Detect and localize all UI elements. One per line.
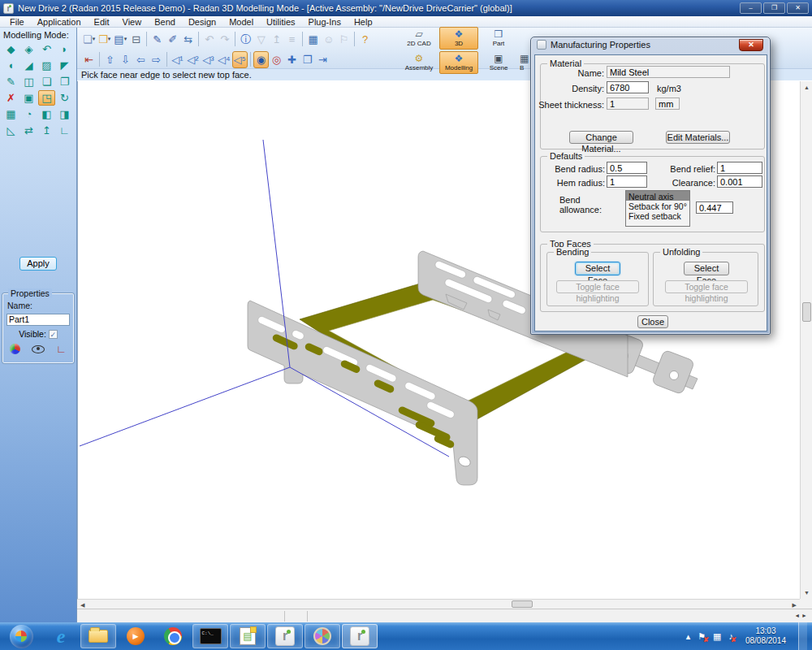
scroll-right-icon[interactable]: ▶ xyxy=(793,602,797,608)
allowance-option-fixed-setback[interactable]: Fixed setback xyxy=(626,210,689,220)
view-2-icon[interactable]: ◁² xyxy=(185,51,201,68)
export-view-icon[interactable]: ⇥ xyxy=(315,51,330,68)
mode-assembly[interactable]: ⚙ Assembly xyxy=(400,51,438,74)
paint-icon[interactable] xyxy=(304,624,340,648)
menu-view[interactable]: View xyxy=(116,17,149,27)
radan-icon[interactable]: r xyxy=(267,624,303,648)
flag-icon[interactable]: ⚐ xyxy=(336,31,352,48)
modelling-tool-15-icon[interactable]: ◳ xyxy=(38,90,55,106)
colour-icon[interactable] xyxy=(10,344,20,354)
user-icon[interactable]: ☺ xyxy=(321,31,336,48)
view-3-icon[interactable]: ◁³ xyxy=(201,51,216,68)
orbit-icon[interactable]: ◉ xyxy=(253,51,269,68)
modelling-tool-14-icon[interactable]: ▣ xyxy=(20,90,37,106)
axis-icon[interactable]: ∟ xyxy=(56,344,67,354)
save-icon[interactable]: ▤▾ xyxy=(112,31,128,48)
nudge-up-icon[interactable]: ⇧ xyxy=(102,51,118,68)
menu-plugins[interactable]: Plug-Ins xyxy=(302,17,348,27)
clearance-field[interactable] xyxy=(717,176,762,188)
visible-checkbox[interactable]: ✓ xyxy=(49,330,58,339)
right-ear-tab[interactable] xyxy=(651,349,694,394)
allowance-option-setback-90[interactable]: Setback for 90° xyxy=(626,201,689,210)
clock[interactable]: 13:03 08/08/2014 xyxy=(741,626,791,646)
show-hidden-icons[interactable]: ▴ xyxy=(686,632,691,641)
mode-scene[interactable]: ▣ Scene xyxy=(479,51,518,74)
scroll-down-icon[interactable]: ▼ xyxy=(804,590,810,596)
unfolding-toggle-highlight-button[interactable]: Toggle face highlighting xyxy=(665,280,748,293)
horizontal-scroll-thumb[interactable] xyxy=(512,600,533,608)
mode-part[interactable]: ❒ Part xyxy=(479,27,518,50)
modelling-tool-21-icon[interactable]: ◺ xyxy=(2,123,19,138)
open-icon[interactable]: ❒▾ xyxy=(97,31,112,48)
swap-icon[interactable]: ⇆ xyxy=(180,31,196,48)
view-5-icon[interactable]: ◁⁵ xyxy=(232,51,248,68)
change-material-button[interactable]: Change Material... xyxy=(569,131,633,144)
modelling-tool-4-icon[interactable]: ◗ xyxy=(56,41,73,57)
sep[interactable] xyxy=(300,31,305,48)
info-icon[interactable]: ⓘ xyxy=(238,31,253,48)
eye-visibility-icon[interactable] xyxy=(32,345,45,353)
menu-utilities[interactable]: Utilities xyxy=(260,17,301,27)
modelling-tool-17-icon[interactable]: ▦ xyxy=(2,106,19,122)
modelling-tool-6-icon[interactable]: ◢ xyxy=(20,58,37,73)
modelling-tool-18-icon[interactable]: ◔ xyxy=(20,106,37,122)
sep[interactable] xyxy=(248,51,253,68)
modelling-tool-2-icon[interactable]: ◈ xyxy=(20,41,37,57)
bending-select-face-button[interactable]: Select Face xyxy=(575,262,620,275)
vertical-scroll-thumb[interactable] xyxy=(802,302,811,322)
raise-icon[interactable]: ↥ xyxy=(269,31,284,48)
mode-modelling[interactable]: ❖ Modelling xyxy=(439,51,478,74)
sep[interactable] xyxy=(352,31,357,48)
view-4-icon[interactable]: ◁⁴ xyxy=(216,51,232,68)
action-center-icon[interactable]: ⚑ xyxy=(698,632,706,641)
apply-button[interactable]: Apply xyxy=(19,257,57,271)
edit-materials-button[interactable]: Edit Materials... xyxy=(666,131,730,144)
menu-application[interactable]: Application xyxy=(31,17,88,27)
modelling-tool-11-icon[interactable]: ❏ xyxy=(38,74,55,89)
pick-icon[interactable]: ✐ xyxy=(165,31,180,48)
modelling-tool-9-icon[interactable]: ✎ xyxy=(2,74,19,89)
modelling-tool-19-icon[interactable]: ◧ xyxy=(38,106,55,122)
undo-icon[interactable]: ↶ xyxy=(201,31,217,48)
bend-radius-field[interactable] xyxy=(607,162,647,174)
mode-bend-partial[interactable]: ▦ B xyxy=(519,51,530,74)
filter-icon[interactable]: ▽ xyxy=(253,31,269,48)
menu-edit[interactable]: Edit xyxy=(88,17,116,27)
print-icon[interactable]: ⊟ xyxy=(128,31,144,48)
modelling-tool-22-icon[interactable]: ⇄ xyxy=(20,123,37,138)
modelling-tool-16-icon[interactable]: ↻ xyxy=(56,90,73,106)
ie-icon[interactable]: e xyxy=(43,624,79,648)
modelling-tool-5-icon[interactable]: ◖ xyxy=(2,58,19,73)
bend-relief-field[interactable] xyxy=(717,162,762,174)
network-icon[interactable]: ▦ xyxy=(713,632,721,641)
sep[interactable] xyxy=(97,51,102,68)
menu-bend[interactable]: Bend xyxy=(148,17,182,27)
sep[interactable] xyxy=(196,31,201,48)
copy-view-icon[interactable]: ❐ xyxy=(300,51,315,68)
mode-2d-cad[interactable]: ▱ 2D CAD xyxy=(400,27,438,50)
modelling-tool-12-icon[interactable]: ❐ xyxy=(56,74,73,89)
help-icon[interactable]: ? xyxy=(357,31,373,48)
allowance-value-field[interactable] xyxy=(696,202,733,214)
manufacturing-properties-dialog[interactable]: Manufacturing Properties ✕ Material Name… xyxy=(530,37,771,335)
new-icon[interactable]: ❏▾ xyxy=(81,31,97,48)
density-field[interactable] xyxy=(607,81,649,93)
modelling-tool-7-icon[interactable]: ▨ xyxy=(38,58,55,73)
edit-pencil-icon[interactable]: ✎ xyxy=(149,31,165,48)
allowance-option-neutral-axis[interactable]: Neutral axis xyxy=(626,191,689,201)
export-sheet-icon[interactable]: ▦ xyxy=(305,31,321,48)
pan-icon[interactable]: ✚ xyxy=(284,51,300,68)
minimize-button[interactable]: – xyxy=(740,2,762,14)
vertical-scrollbar[interactable]: ▲ ▼ xyxy=(800,81,812,599)
scroll-up-icon[interactable]: ▲ xyxy=(804,84,810,90)
modelling-tool-3-icon[interactable]: ↶ xyxy=(38,41,55,57)
modelling-tool-24-icon[interactable]: ∟ xyxy=(56,123,73,138)
sep[interactable] xyxy=(144,31,149,48)
redo-icon[interactable]: ↷ xyxy=(217,31,232,48)
menu-help[interactable]: Help xyxy=(348,17,379,27)
close-button[interactable]: ✕ xyxy=(787,2,809,14)
menu-model[interactable]: Model xyxy=(222,17,260,27)
modelling-tool-23-icon[interactable]: ↥ xyxy=(38,123,55,138)
part-name-input[interactable] xyxy=(6,314,70,326)
sep[interactable] xyxy=(232,31,238,48)
